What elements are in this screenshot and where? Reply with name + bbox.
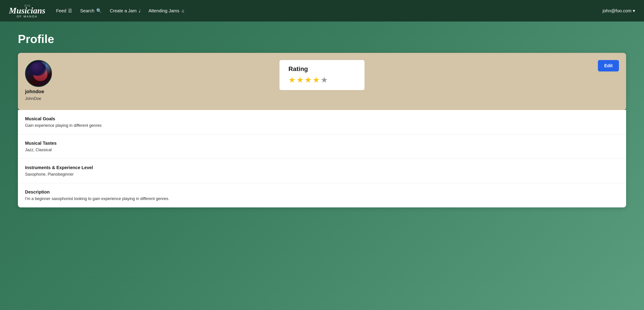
edit-button[interactable]: Edit — [598, 60, 619, 72]
star-2: ★ — [296, 75, 304, 85]
stars: ★ ★ ★ ★ ★ — [288, 75, 356, 85]
nav-left: ♫♪♫ Musicians OF MANOA Feed ☰ Search 🔍 C… — [9, 4, 184, 18]
playlist-icon: ♫ — [181, 8, 184, 14]
navigation: ♫♪♫ Musicians OF MANOA Feed ☰ Search 🔍 C… — [0, 0, 644, 22]
dropdown-icon: ▾ — [633, 8, 635, 14]
page-title: Profile — [18, 32, 626, 46]
nav-feed[interactable]: Feed ☰ — [56, 8, 72, 14]
feed-icon: ☰ — [68, 8, 72, 14]
search-icon: 🔍 — [96, 8, 102, 14]
nav-attending-jams[interactable]: Attending Jams ♫ — [148, 8, 184, 14]
instruments-section: Instruments & Experience Level Saxophone… — [18, 159, 626, 183]
nav-links: Feed ☰ Search 🔍 Create a Jam ♩ Attending… — [56, 8, 184, 14]
avatar-wrap: johndoe JohnDoe — [25, 60, 52, 101]
description-title: Description — [25, 189, 619, 195]
star-1: ★ — [288, 75, 296, 85]
search-label: Search — [80, 8, 94, 14]
create-jam-label: Create a Jam — [110, 8, 137, 14]
musical-tastes-title: Musical Tastes — [25, 141, 619, 146]
description-section: Description I'm a beginner saxophonist l… — [18, 183, 626, 207]
musical-goals-value: Gain experience playing in different gen… — [25, 123, 619, 128]
avatar — [25, 60, 52, 87]
star-3: ★ — [304, 75, 312, 85]
star-4: ★ — [312, 75, 320, 85]
avatar-image — [26, 61, 51, 86]
logo-main-text: Musicians — [9, 6, 46, 15]
nav-create-jam[interactable]: Create a Jam ♩ — [110, 8, 140, 14]
profile-card-header: johndoe JohnDoe Rating ★ ★ ★ ★ ★ Edit — [18, 53, 626, 110]
profile-card-container: johndoe JohnDoe Rating ★ ★ ★ ★ ★ Edit — [18, 53, 626, 207]
avatar-glow — [38, 61, 51, 76]
username: johndoe — [25, 89, 52, 95]
description-value: I'm a beginner saxophonist looking to ga… — [25, 196, 619, 201]
instruments-title: Instruments & Experience Level — [25, 165, 619, 170]
instruments-value: Saxophone, Pianobeginner — [25, 172, 619, 177]
attending-jams-label: Attending Jams — [148, 8, 180, 14]
music-note-icon: ♩ — [138, 8, 140, 14]
logo-sub-text: OF MANOA — [17, 15, 38, 18]
musical-tastes-value: Jazz, Classical — [25, 148, 619, 152]
profile-details: Musical Goals Gain experience playing in… — [18, 110, 626, 207]
user-email: john@foo.com — [602, 8, 632, 14]
nav-search[interactable]: Search 🔍 — [80, 8, 102, 14]
musical-goals-section: Musical Goals Gain experience playing in… — [18, 110, 626, 134]
logo-link[interactable]: ♫♪♫ Musicians OF MANOA — [9, 4, 46, 18]
rating-box: Rating ★ ★ ★ ★ ★ — [280, 60, 364, 90]
main-content: Profile johndoe JohnDoe Rating — [0, 22, 644, 218]
display-name: JohnDoe — [25, 96, 52, 101]
star-5: ★ — [321, 75, 328, 85]
user-menu[interactable]: john@foo.com ▾ — [602, 8, 635, 14]
musical-goals-title: Musical Goals — [25, 116, 619, 121]
feed-label: Feed — [56, 8, 66, 14]
musical-tastes-section: Musical Tastes Jazz, Classical — [18, 134, 626, 159]
rating-label: Rating — [288, 65, 356, 73]
